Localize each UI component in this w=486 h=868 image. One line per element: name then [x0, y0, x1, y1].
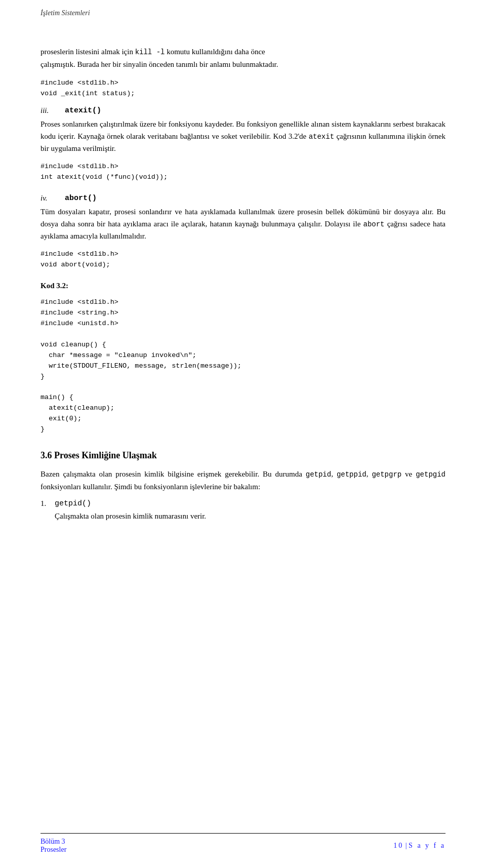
code-text-3: #include <stdlib.h> void abort(void);	[40, 249, 446, 270]
kod32-code-block: #include <stdlib.h> #include <string.h> …	[40, 297, 446, 435]
intro-text-1b: komutu kullanıldığını daha önce	[165, 48, 265, 56]
s36-desc1c: ,	[367, 470, 372, 478]
getppid-inline: getppid	[337, 470, 367, 479]
intro-text-2: çalışmıştık. Burada her bir sinyalin önc…	[40, 60, 278, 68]
s36-desc1: Bazen çalışmakta olan prosesin kimlik bi…	[40, 470, 306, 478]
footer-sayfa: S a y f a	[409, 842, 446, 849]
kill-l-code: kill -l	[135, 48, 165, 56]
footer-section: Prosesler	[40, 846, 66, 854]
header-title: İşletim Sistemleri	[40, 9, 90, 17]
intro-paragraph: proseslerin listesini almak için kill -l…	[40, 46, 446, 71]
getpgid-inline: getpgid	[416, 470, 446, 479]
roman-label-iv: iv.	[40, 194, 56, 203]
code-block-3: #include <stdlib.h> void abort(void);	[40, 249, 446, 270]
footer-chapter: Bölüm 3	[40, 838, 66, 846]
section-iv: iv. abort() Tüm dosyaları kapatır, prose…	[40, 194, 446, 270]
getpid-inline: getpid	[306, 470, 331, 479]
code-block-2: #include <stdlib.h> int atexit(void (*fu…	[40, 162, 446, 183]
section-36: 3.6 Proses Kimliğine Ulaşmak Bazen çalış…	[40, 450, 446, 522]
section-iv-body: Tüm dosyaları kapatır, prosesi sonlandır…	[40, 206, 446, 242]
code-text-2: #include <stdlib.h> int atexit(void (*fu…	[40, 162, 446, 183]
s36-desc1b: ,	[331, 470, 337, 478]
section-iii-body: Proses sonlanırken çalıştırılmak üzere b…	[40, 118, 446, 154]
item-1-desc: Çalışmakta olan prosesin kimlik numarası…	[55, 510, 446, 522]
s36-desc1e: fonksiyonları kullanılır. Şimdi bu fonks…	[40, 483, 260, 491]
roman-label-iii: iii.	[40, 106, 56, 115]
abort-title: abort()	[65, 194, 97, 203]
header-bar: İşletim Sistemleri	[40, 9, 446, 17]
footer-right: 10 | S a y f a	[393, 842, 446, 850]
section-36-desc: Bazen çalışmakta olan prosesin kimlik bi…	[40, 468, 446, 493]
page-container: İşletim Sistemleri proseslerin listesini…	[0, 0, 486, 868]
item-1-number: 1.	[40, 499, 51, 508]
section-36-heading: 3.6 Proses Kimliğine Ulaşmak	[40, 450, 446, 461]
item-1: 1. getpid() Çalışmakta olan prosesin kim…	[40, 499, 446, 522]
s36-desc1d: ve	[401, 470, 416, 478]
footer-page-number: 10	[393, 842, 403, 849]
getpgrp-inline: getpgrp	[372, 470, 401, 479]
code-block-1: #include <stdlib.h> void _exit(int statu…	[40, 78, 446, 99]
intro-text-1: proseslerin listesini almak için	[40, 48, 135, 56]
item-1-title: getpid()	[55, 499, 91, 508]
main-content: proseslerin listesini almak için kill -l…	[40, 46, 446, 522]
code-text-1: #include <stdlib.h> void _exit(int statu…	[40, 78, 446, 99]
abort-inline: abort	[363, 220, 385, 228]
atexit-title: atexit()	[65, 106, 101, 115]
atexit-inline: atexit	[309, 133, 334, 141]
section-iii: #include <stdlib.h> void _exit(int statu…	[40, 78, 446, 183]
section-iv-header: iv. abort()	[40, 194, 446, 203]
section-iii-header: iii. atexit()	[40, 106, 446, 115]
footer-left: Bölüm 3 Prosesler	[40, 838, 66, 854]
item-1-header: 1. getpid()	[40, 499, 446, 508]
kod32-code-text: #include <stdlib.h> #include <string.h> …	[40, 297, 446, 435]
footer-bar: Bölüm 3 Prosesler 10 | S a y f a	[40, 833, 446, 854]
kod32-section: Kod 3.2: #include <stdlib.h> #include <s…	[40, 282, 446, 435]
kod32-label: Kod 3.2:	[40, 282, 446, 290]
